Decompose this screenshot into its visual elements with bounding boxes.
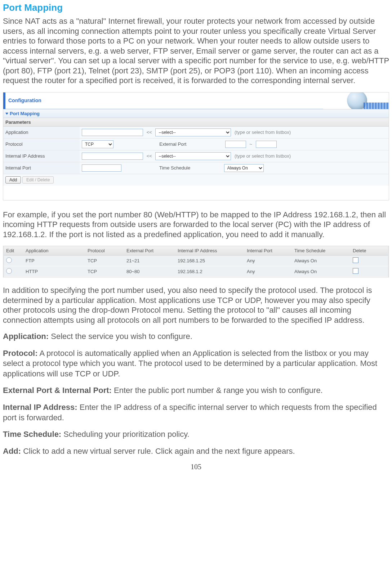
internal-ip-label: Internal IP Address [3, 150, 80, 162]
edit-delete-button: Edit / Delete [22, 176, 54, 184]
application-select[interactable]: --select-- [155, 128, 231, 136]
internal-port-input[interactable] [82, 164, 121, 172]
external-port-label: External Port [159, 141, 186, 147]
cell-protocol: TCP [85, 255, 124, 266]
def-add: Add: Click to add a new virtual server r… [3, 446, 389, 457]
cell-internal-port: Any [245, 255, 292, 266]
external-port-to[interactable] [256, 141, 277, 148]
cell-protocol: TCP [85, 266, 124, 277]
edit-radio[interactable] [6, 257, 12, 263]
def-ports: External Port & Internal Port: Enter the… [3, 385, 389, 396]
external-port-from[interactable] [225, 141, 246, 148]
cell-time: Always On [292, 266, 351, 277]
time-schedule-label: Time Schedule [159, 165, 190, 171]
col-internal-port: Internal Port [245, 246, 292, 255]
cell-internal-ip: 192.168.1.2 [175, 266, 245, 277]
col-external: External Port [124, 246, 175, 255]
example-paragraph: For example, if you set the port number … [3, 210, 389, 240]
cell-external: 21~21 [124, 255, 175, 266]
col-time: Time Schedule [292, 246, 351, 255]
internal-ip-select[interactable]: --select-- [155, 152, 231, 160]
add-button[interactable]: Add [5, 176, 21, 184]
parameters-header: Parameters [3, 118, 389, 127]
header-illustration [323, 92, 389, 109]
page-number: 105 [3, 463, 389, 471]
config-screenshot: Configuration Port Mapping Parameters Ap… [3, 92, 389, 200]
def-internal-ip: Internal IP Address: Enter the IP addres… [3, 402, 389, 423]
cell-internal-port: Any [245, 266, 292, 277]
protocol-label: Protocol [3, 138, 80, 150]
config-header: Configuration [5, 92, 323, 109]
cell-time: Always On [292, 255, 351, 266]
col-internal-ip: Internal IP Address [175, 246, 245, 255]
def-protocol: Protocol: A protocol is automatically ap… [3, 348, 389, 379]
section-label: Port Mapping [10, 111, 40, 116]
range-separator: ~ [247, 141, 254, 147]
cell-internal-ip: 192.168.1.25 [175, 255, 245, 266]
def-time: Time Schedule: Scheduling your prioritiz… [3, 429, 389, 440]
copy-left-icon-2: << [144, 153, 154, 159]
delete-checkbox[interactable] [353, 268, 358, 274]
parameters-form: Application << --select-- (type or selec… [3, 127, 389, 174]
application-hint: (type or select from listbox) [232, 130, 293, 135]
table-row: HTTP TCP 80~80 192.168.1.2 Any Always On [4, 266, 388, 277]
application-label: Application [3, 127, 80, 139]
time-schedule-select[interactable]: Always On [224, 164, 264, 172]
def-application: Application: Select the service you wish… [3, 331, 389, 342]
cell-application: FTP [23, 255, 85, 266]
page-title: Port Mapping [3, 2, 389, 13]
protocol-select[interactable]: TCP [82, 140, 113, 148]
post-list-paragraph: In addition to specifying the port numbe… [3, 285, 389, 325]
table-row: FTP TCP 21~21 192.168.1.25 Any Always On [4, 255, 388, 266]
rules-list-screenshot: Edit Application Protocol External Port … [3, 246, 389, 277]
section-port-mapping[interactable]: Port Mapping [3, 109, 389, 118]
col-edit: Edit [4, 246, 23, 255]
copy-left-icon: << [144, 130, 154, 135]
delete-checkbox[interactable] [353, 257, 358, 263]
internal-port-label: Internal Port [3, 162, 80, 174]
col-protocol: Protocol [85, 246, 124, 255]
internal-ip-hint: (type or select from listbox) [232, 153, 293, 159]
intro-paragraph: Since NAT acts as a "natural" Internet f… [3, 16, 389, 86]
chevron-down-icon [5, 113, 8, 115]
cell-external: 80~80 [124, 266, 175, 277]
internal-ip-input[interactable] [82, 153, 143, 160]
edit-radio[interactable] [6, 268, 12, 274]
col-delete: Delete [351, 246, 388, 255]
application-input[interactable] [82, 129, 143, 136]
cell-application: HTTP [23, 266, 85, 277]
col-application: Application [23, 246, 85, 255]
